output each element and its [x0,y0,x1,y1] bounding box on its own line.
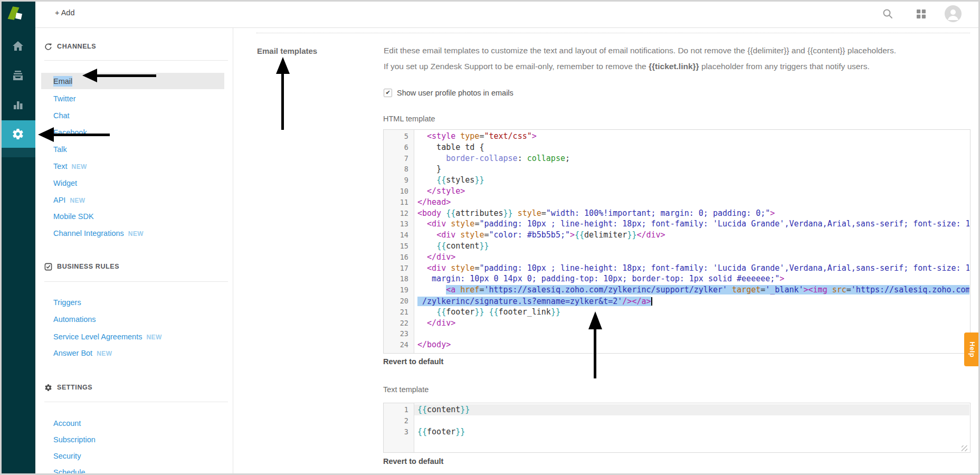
sidebar-item-text[interactable]: TextNEW [53,161,87,172]
sidebar-item-security[interactable]: Security [53,451,81,461]
rail-substrip [0,148,35,157]
line-number: 6 [384,142,414,153]
top-bar: + Add [35,0,980,28]
sidebar-item-subscription[interactable]: Subscription [53,434,96,445]
code-line-12: <body {{attributes}} style="width: 100%!… [414,208,969,219]
sidebar-item-answer-bot[interactable]: Answer BotNEW [53,348,112,358]
ticket-link-placeholder: {{ticket.link}} [649,62,699,71]
code-line-6: table td { [414,142,969,153]
line-number: 18 [384,273,414,284]
settings-gear-icon-selected[interactable] [0,120,35,148]
reports-icon[interactable] [0,93,35,116]
code-line-18: margin: 10px 0 14px 0; padding-top: 10px… [414,273,969,284]
section-title: SETTINGS [57,384,92,391]
line-number: 8 [384,164,414,175]
settings-sidebar: CHANNELS BUSINESS RULES SETTINGS EmailTw… [35,27,233,475]
new-badge: NEW [146,334,161,341]
app-window: + Add CHANNELS [0,0,980,475]
code-line-20: /zylkerinc/signature.ls?emname=zylker&t=… [414,296,969,307]
sidebar-item-api[interactable]: APINEW [53,195,85,205]
html-template-editor[interactable]: 56789101112131415161718192021222324 <sty… [383,129,971,354]
code-line-14: <div style="color: #b5b5b5;">{{delimiter… [414,230,969,241]
rules-icon [44,263,52,271]
line-number: 19 [384,284,414,296]
line-number: 14 [384,230,414,241]
text-template-editor[interactable]: 123 {{content}}{{footer}} [383,403,971,453]
arrow-at-gear-icon-head [38,127,54,142]
zendesk-logo-icon[interactable] [8,6,27,23]
code-line-19: <a href='https://salesiq.zoho.com/zylker… [414,284,969,296]
logo-white-shape [15,13,22,20]
code-line-13: <div style="padding: 10px ; line-height:… [414,218,969,230]
section-header-channels: CHANNELS [44,41,96,52]
sidebar-item-talk[interactable]: Talk [53,144,67,155]
code-line-23 [414,328,969,339]
arrow-at-email-item [96,74,156,77]
channels-icon [44,43,52,51]
sidebar-item-account[interactable]: Account [53,418,81,429]
apps-grid-icon[interactable] [917,10,926,21]
sidebar-item-service-level-agreements[interactable]: Service Level AgreementsNEW [53,331,162,342]
arrow-at-code-line-20 [594,328,596,378]
code-line-2 [414,415,969,426]
sidebar-item-facebook[interactable]: Facebook [53,127,87,138]
code-line-16: </div> [414,252,969,263]
gear-icon [44,384,52,392]
sidebar-item-automations[interactable]: Automations [53,314,96,325]
divider [44,281,228,282]
new-badge: NEW [97,350,112,357]
html-template-label: HTML template [383,115,435,123]
line-number: 1 [384,404,414,415]
sidebar-item-triggers[interactable]: Triggers [53,297,81,308]
new-badge: NEW [70,197,85,204]
line-number: 10 [384,186,414,197]
line-number: 17 [384,263,414,274]
code-line-24: </body> [414,339,969,350]
arrow-at-email-templates-title [281,73,284,130]
arrow-at-gear-icon [53,134,110,136]
line-number: 2 [384,415,414,426]
sidebar-item-twitter[interactable]: Twitter [53,93,76,104]
code-line-15: {{content}} [414,241,969,252]
arrow-at-code-line-20-head [588,311,602,329]
section-title: CHANNELS [57,43,96,50]
line-number: 11 [384,197,414,208]
code-line-17: <div style="padding: 10px ; line-height:… [414,263,969,274]
views-icon[interactable] [0,64,35,87]
help-tab[interactable]: Help [964,332,980,366]
sidebar-item-email[interactable]: Email [53,76,72,87]
resize-handle[interactable] [962,445,967,451]
section-title: BUSINESS RULES [57,263,119,270]
code-line-9: {{styles}} [414,175,969,186]
profile-photos-checkbox-row: ✔ Show user profile photos in emails [384,89,513,97]
sidebar-item-channel-integrations[interactable]: Channel IntegrationsNEW [53,228,144,239]
sidebar-item-chat[interactable]: Chat [53,110,70,121]
sidebar-item-mobile-sdk[interactable]: Mobile SDK [53,211,94,222]
revert-text-template-link[interactable]: Revert to default [383,457,443,466]
revert-html-template-link[interactable]: Revert to default [383,357,443,366]
profile-photos-checkbox[interactable]: ✔ [384,89,392,97]
line-number: 16 [384,252,414,263]
arrow-at-email-templates-title-head [276,57,290,74]
line-number: 20 [384,296,414,307]
code-line-3: {{footer}} [414,426,969,438]
sidebar-item-schedule[interactable]: Schedule [53,467,85,475]
nav-rail [0,0,35,475]
line-number: 15 [384,241,414,252]
code-line-5: <style type="text/css"> [414,131,969,142]
avatar[interactable] [945,5,962,22]
add-button[interactable]: + Add [55,8,75,17]
section-dotted-separator [256,33,970,33]
help-tab-label: Help [968,341,976,357]
home-icon[interactable] [0,34,35,58]
line-number: 3 [384,426,414,438]
sidebar-item-widget[interactable]: Widget [53,178,77,188]
code-line-7: border-collapse: collapse; [414,153,969,164]
code-line-10: </style> [414,186,969,197]
line-number: 5 [384,131,414,142]
divider [44,60,228,61]
description-line-1: Edit these email templates to customize … [384,46,972,55]
line-number: 12 [384,208,414,219]
section-header-settings: SETTINGS [44,382,92,393]
search-icon[interactable] [882,8,893,22]
